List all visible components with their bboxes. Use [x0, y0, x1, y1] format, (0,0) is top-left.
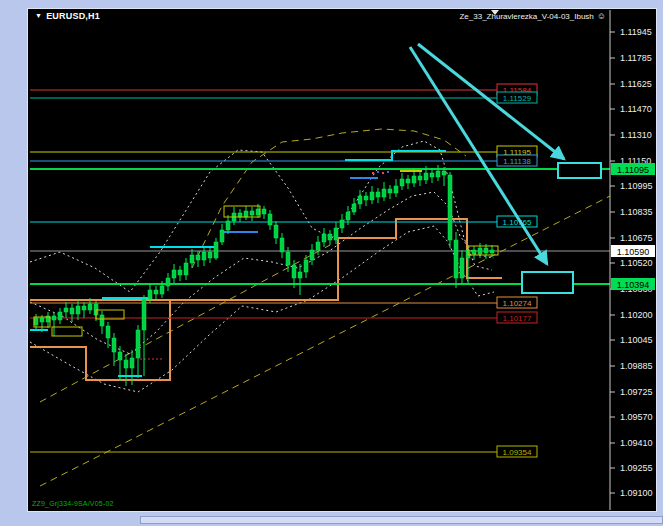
candle-body — [454, 240, 458, 278]
candle-body — [52, 316, 56, 320]
level-label-text: 1.10177 — [503, 314, 532, 323]
candle-body — [292, 265, 296, 278]
projection-arrow-1[interactable] — [418, 44, 564, 159]
indicator-title: Ze_33_Zhuravlerezka_V-04-03_Ibush☺ — [459, 11, 606, 21]
candle-body — [412, 176, 416, 183]
candle-body — [70, 308, 74, 314]
orange-step-lines — [30, 219, 502, 380]
candle-body — [268, 214, 272, 225]
axis-tick-label: 1.11785 — [620, 53, 652, 63]
scrollbar-thumb[interactable] — [140, 516, 663, 524]
candle-body — [184, 263, 188, 275]
candle-body — [130, 358, 134, 368]
candle-body — [298, 272, 302, 278]
candle-body — [244, 211, 248, 217]
candle-body — [166, 278, 170, 286]
axis-tick-label: 1.10520 — [620, 258, 653, 268]
candle-body — [418, 176, 422, 180]
candle-body — [262, 209, 266, 214]
candle-body — [274, 225, 278, 238]
level-label-text: 1.10274 — [503, 299, 532, 308]
horizontal-scrollbar[interactable] — [0, 514, 663, 526]
candle-body — [328, 234, 332, 240]
price-levels: 1.115841.115291.111951.111381.107651.102… — [30, 84, 610, 457]
candle-body — [394, 186, 398, 193]
candle-body — [400, 179, 404, 186]
axis-price-box-label: 1.10394 — [617, 280, 650, 290]
axis-price-box-label: 1.11095 — [617, 165, 649, 175]
chevron-down-icon[interactable]: ▼ — [35, 12, 42, 19]
axis-tick-label: 1.09885 — [620, 361, 653, 371]
candle-body — [178, 270, 182, 275]
level-label-text: 1.09354 — [503, 448, 532, 457]
symbol-title: ▼EURUSD,H1 — [35, 11, 100, 21]
symbol-label: EURUSD,H1 — [46, 11, 100, 21]
indicator-watermark: ZZ9_Grj334-9SA/V05-02 — [32, 500, 114, 507]
candle-body — [190, 255, 194, 263]
candle-body — [136, 330, 140, 358]
candle-body — [100, 315, 104, 326]
candle-body — [334, 228, 338, 240]
candle-body — [340, 220, 344, 228]
axis-tick-label: 1.10995 — [620, 181, 653, 191]
candle-body — [40, 318, 44, 322]
candle-body — [226, 221, 230, 230]
chart-window: 1.115841.115291.111951.111381.107651.102… — [28, 9, 656, 511]
level-label-text: 1.11529 — [503, 94, 532, 103]
axis-tick-label: 1.10835 — [620, 207, 653, 217]
candle-body — [256, 209, 260, 215]
candle-body — [82, 306, 86, 310]
candle-body — [208, 252, 212, 258]
candle-body — [358, 196, 362, 204]
terminal-screen: 1.115841.115291.111951.111381.107651.102… — [0, 0, 663, 526]
axis-tick-label: 1.10675 — [620, 233, 653, 243]
candle-body — [472, 250, 476, 254]
candle-body — [364, 196, 368, 200]
candle-body — [88, 304, 92, 310]
candle-body — [448, 175, 452, 240]
yellow-range-boxes — [34, 170, 498, 336]
target-zone-rect-2[interactable] — [522, 272, 573, 293]
axis-tick-label: 1.10200 — [620, 310, 653, 320]
candle-body — [322, 234, 326, 242]
candle-body — [106, 326, 110, 338]
candle-body — [442, 171, 446, 175]
candle-body — [490, 250, 494, 253]
candle-body — [280, 238, 284, 252]
price-chart[interactable]: 1.115841.115291.111951.111381.107651.102… — [28, 9, 656, 511]
candle-body — [250, 211, 254, 215]
axis-tick-label: 1.10045 — [620, 335, 653, 345]
candle-body — [346, 212, 350, 220]
axis-tick-label: 1.09725 — [620, 387, 653, 397]
candle-body — [382, 189, 386, 197]
level-label-text: 1.11138 — [503, 157, 531, 166]
candle-body — [316, 242, 320, 250]
candle-body — [64, 308, 68, 312]
candle-body — [310, 250, 314, 260]
indicator-name-label: Ze_33_Zhuravlerezka_V-04-03_Ibush — [459, 12, 593, 21]
candle-body — [124, 360, 128, 368]
target-zone-rect-1[interactable] — [558, 163, 601, 178]
candle-body — [478, 248, 482, 254]
candle-body — [154, 290, 158, 294]
candle-body — [484, 248, 488, 253]
axis-tick-label: 1.09255 — [620, 463, 653, 473]
price-axis[interactable]: 1.119451.117851.116251.114701.113101.111… — [610, 10, 655, 510]
candle-body — [172, 270, 176, 278]
smiley-icon: ☺ — [597, 11, 606, 21]
candle-body — [436, 171, 440, 177]
candle-body — [196, 255, 200, 260]
candle-body — [286, 252, 290, 265]
candle-body — [430, 173, 434, 177]
candle-body — [112, 338, 116, 352]
candle-body — [76, 306, 80, 314]
candle-body — [118, 352, 122, 360]
candle-body — [220, 230, 224, 242]
candle-body — [148, 290, 152, 299]
axis-tick-label: 1.11470 — [620, 104, 652, 114]
candle-body — [406, 179, 410, 183]
candle-body — [58, 312, 62, 320]
candle-body — [214, 242, 218, 258]
candle-body — [202, 252, 206, 260]
candle-body — [304, 260, 308, 272]
